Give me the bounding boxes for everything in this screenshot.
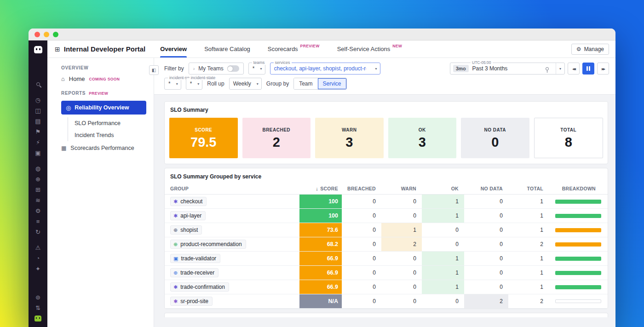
sidebar-item-incident-trends[interactable]: Incident Trends xyxy=(75,129,147,141)
time-range-label: Past 3 Months xyxy=(472,65,508,72)
gear-icon: ⚙ xyxy=(576,46,581,52)
slo-table: GROUP↓SCOREBREACHEDWARNOKNO DATATOTALBRE… xyxy=(165,183,608,309)
sparkle-icon[interactable]: ✦ xyxy=(35,265,40,272)
my-teams-toggle[interactable] xyxy=(227,65,239,72)
monitors-icon[interactable]: ⚑ xyxy=(35,128,41,135)
time-forward-button[interactable]: ▸▸ xyxy=(597,63,609,75)
service-name: shopist xyxy=(180,227,198,233)
search-icon[interactable] xyxy=(36,81,40,87)
minimize-button[interactable] xyxy=(44,32,49,37)
pin-icon[interactable] xyxy=(542,67,552,70)
service-chip[interactable]: ▣trade-validator xyxy=(170,254,220,263)
service-chip[interactable]: ⊕shopist xyxy=(170,225,202,235)
time-range-caret-button[interactable]: ▾ xyxy=(556,63,564,74)
datadog-logo[interactable] xyxy=(32,44,44,55)
home-label: Home xyxy=(69,75,85,82)
tab-scorecards[interactable]: ScorecardsPREVIEW xyxy=(268,40,320,57)
macos-titlebar xyxy=(29,29,615,40)
incident-severity-select[interactable]: incident-severity * ▾ xyxy=(164,78,181,90)
chevron-down-icon: ▾ xyxy=(257,82,259,86)
score-cell: 100 xyxy=(299,209,342,223)
time-range-picker[interactable]: UTC-05:00 3mo Past 3 Months ▾ xyxy=(450,63,565,75)
logs-icon[interactable]: ≡ xyxy=(36,218,40,224)
breakdown-bar xyxy=(555,214,601,218)
breakdown-cell xyxy=(549,266,608,280)
tab-label: Scorecards xyxy=(268,46,298,52)
service-chip[interactable]: ✱checkout xyxy=(170,197,207,206)
slo-table-header: GROUP↓SCOREBREACHEDWARNOKNO DATATOTALBRE… xyxy=(165,183,608,195)
apm-icon[interactable]: ⚡ xyxy=(36,139,40,145)
sync-icon[interactable]: ↻ xyxy=(35,229,40,235)
group-cell: ⊕trade-receiver xyxy=(165,266,299,280)
transfer-icon[interactable]: ⇅ xyxy=(35,304,40,311)
sidebar-item-scorecards-performance[interactable]: ▦ Scorecards Performance xyxy=(61,145,147,151)
home-icon: ⌂ xyxy=(61,75,65,82)
rum-icon[interactable]: ◍ xyxy=(35,165,40,172)
column-header-score[interactable]: ↓SCORE xyxy=(299,186,342,191)
table-row[interactable]: ✱api-layer10000101 xyxy=(165,209,608,223)
tab-software-catalog[interactable]: Software Catalog xyxy=(204,40,250,57)
service-chip[interactable]: ⊕product-recommendation xyxy=(170,240,246,249)
column-header-total[interactable]: TOTAL xyxy=(508,186,549,191)
table-row[interactable]: ⊕product-recommendation68.202002 xyxy=(165,237,608,252)
no-data-cell: 2 xyxy=(464,294,508,308)
manage-button[interactable]: ⚙ Manage xyxy=(571,44,609,55)
metrics-icon[interactable]: ◫ xyxy=(35,107,40,114)
integrations-icon[interactable]: ⊞ xyxy=(35,186,40,193)
no-data-cell: 0 xyxy=(464,209,508,223)
table-row[interactable]: ✱sr-prod-siteN/A00022 xyxy=(165,294,608,309)
watch-icon[interactable]: ◔ xyxy=(36,255,40,261)
dashboards-icon[interactable]: ▤ xyxy=(35,118,40,124)
zoom-button[interactable] xyxy=(53,32,58,37)
error-tracking-icon[interactable]: ⚠ xyxy=(35,244,41,251)
notebooks-icon[interactable]: ▣ xyxy=(35,149,40,156)
processes-icon[interactable]: ≋ xyxy=(35,197,40,203)
sidebar-item-slo-performance[interactable]: SLO Performance xyxy=(75,117,147,129)
ci-cd-icon[interactable]: ⊕ xyxy=(35,176,40,182)
column-header-group[interactable]: GROUP xyxy=(165,186,299,191)
close-button[interactable] xyxy=(34,32,40,37)
services-filter-select[interactable]: services checkout, api-layer, shopist, p… xyxy=(270,63,380,75)
my-teams-control[interactable]: › My Teams xyxy=(189,63,244,75)
rollup-select[interactable]: Weekly ▾ xyxy=(229,78,262,90)
table-row[interactable]: ✱trade-confirmation66.900101 xyxy=(165,280,608,294)
tab-overview[interactable]: Overview xyxy=(160,40,187,57)
sidebar-item-reliability-overview[interactable]: ◎ Reliability Overview xyxy=(61,101,146,115)
reliability-label: Reliability Overview xyxy=(75,104,129,111)
breached-cell: 0 xyxy=(342,209,381,223)
service-chip[interactable]: ✱api-layer xyxy=(170,211,206,220)
table-row[interactable]: ▣trade-validator66.900101 xyxy=(165,252,608,266)
tab-label: Software Catalog xyxy=(204,46,250,52)
watchdog-icon[interactable]: ◷ xyxy=(35,97,40,103)
settings-gear-icon[interactable]: ⚙ xyxy=(35,207,41,214)
tab-self-service-actions[interactable]: Self-Service ActionsNEW xyxy=(337,40,402,57)
table-row[interactable]: ⊕trade-receiver66.900101 xyxy=(165,266,608,280)
service-chip[interactable]: ⊕trade-receiver xyxy=(170,268,218,277)
tools-icon[interactable]: ⊚ xyxy=(35,294,40,300)
group-by-team-button[interactable]: Team xyxy=(294,78,317,89)
table-row[interactable]: ✱checkout10000101 xyxy=(165,195,608,209)
service-name: checkout xyxy=(180,198,202,205)
column-header-breakdown[interactable]: BREAKDOWN xyxy=(549,186,608,191)
column-header-breached[interactable]: BREACHED xyxy=(342,186,381,191)
table-row[interactable]: ⊕shopist73.601001 xyxy=(165,223,608,237)
incident-state-value: * xyxy=(190,80,192,87)
sidebar-item-home[interactable]: ⌂ Home COMING SOON xyxy=(61,75,147,82)
time-pause-button[interactable] xyxy=(582,63,594,75)
app-title-wrap: ⊞ Internal Developer Portal xyxy=(55,40,145,57)
service-chip[interactable]: ✱trade-confirmation xyxy=(170,282,229,292)
incident-state-select[interactable]: incident-state * ▾ xyxy=(186,78,203,90)
time-controls: UTC-05:00 3mo Past 3 Months ▾ ◂◂ ▸▸ xyxy=(450,63,609,75)
column-header-ok[interactable]: OK xyxy=(422,186,464,191)
bits-green-icon[interactable] xyxy=(34,315,41,321)
group-by-service-button[interactable]: Service xyxy=(318,78,346,89)
time-backward-button[interactable]: ◂◂ xyxy=(568,63,580,75)
ok-cell: 0 xyxy=(422,237,464,251)
warn-cell: 0 xyxy=(381,266,422,280)
teams-filter-select[interactable]: teams * ▾ xyxy=(248,63,265,75)
column-header-no-data[interactable]: NO DATA xyxy=(464,186,508,191)
score-cell: 68.2 xyxy=(299,237,342,251)
service-chip[interactable]: ✱sr-prod-site xyxy=(170,297,213,306)
sidebar-collapse-button[interactable]: ◧ xyxy=(149,65,159,75)
column-header-warn[interactable]: WARN xyxy=(381,186,422,191)
